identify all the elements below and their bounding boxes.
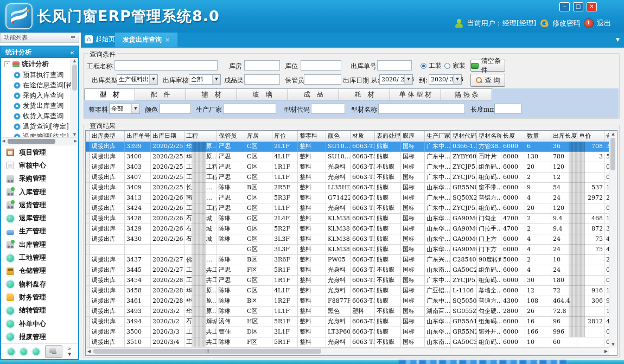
- table-row[interactable]: 调拨出库33992020/2/25华原…严思C区2L1F整料SU10…6063-…: [86, 142, 609, 152]
- scroll-right-icon[interactable]: ▶: [604, 349, 608, 354]
- change-password-link[interactable]: 修改密码: [552, 18, 581, 28]
- chevron-down-icon[interactable]: ▼: [212, 75, 220, 84]
- column-header[interactable]: 长度: [501, 131, 525, 142]
- length-input[interactable]: [494, 104, 521, 114]
- column-header[interactable]: 膜厚: [401, 131, 425, 142]
- table-row[interactable]: 调拨出库34072020/2/25工工程严思G区1L1F整料光身料6063-T5…: [86, 173, 609, 183]
- tree-item[interactable]: 退库管理[待定]: [1, 132, 78, 138]
- home-radio[interactable]: 家装: [444, 61, 466, 71]
- scroll-up-icon[interactable]: ▲: [609, 132, 617, 136]
- sidebar-group[interactable]: 采购管理: [1, 173, 78, 186]
- column-header[interactable]: 整零料: [298, 131, 326, 142]
- scroll-left-icon[interactable]: ◀: [87, 349, 91, 354]
- column-header[interactable]: 工程: [184, 131, 217, 142]
- table-row[interactable]: 调拨出库34092020/2/25长…陈琳B区2R5F整料LI35HD6063-…: [86, 183, 609, 193]
- table-row[interactable]: 调拨出库34032020/2/25工工程严思G区1R1F整料光身料6063-T5…: [86, 162, 609, 173]
- search-button[interactable]: 查 询: [470, 74, 505, 87]
- code-input[interactable]: [311, 104, 345, 114]
- material-subtab[interactable]: 辅 材: [186, 88, 237, 100]
- tab-shipment-query[interactable]: 发货出库查询 ×: [115, 33, 177, 47]
- column-header[interactable]: 保管员: [217, 131, 245, 142]
- whole-combo[interactable]: 全部▼: [109, 104, 140, 114]
- column-header[interactable]: 出库单号: [125, 131, 151, 142]
- column-header[interactable]: 数量: [525, 131, 551, 142]
- clear-conditions-button[interactable]: 清空条件: [470, 60, 505, 72]
- maximize-button[interactable]: □: [573, 2, 583, 11]
- sidebar-group[interactable]: 审核中心: [1, 159, 78, 172]
- location-input[interactable]: [301, 60, 341, 71]
- table-row[interactable]: 调拨出库34452020/2/27工共工程严思F区5R1F整料光身料6063-T…: [86, 265, 609, 276]
- chevron-down-icon[interactable]: ▼: [453, 75, 461, 84]
- color-input[interactable]: [160, 104, 191, 114]
- scrollbar-thumb[interactable]: |||: [93, 349, 321, 354]
- table-row[interactable]: 调拨出库34242020/2/26工工程严思G区1L1F整料光身料6063-T5…: [86, 203, 609, 214]
- radio-selected-icon[interactable]: [421, 63, 426, 69]
- chevron-down-icon[interactable]: ▼: [149, 75, 157, 84]
- table-row[interactable]: 调拨出库34302020/2/26石城陈琳G区3L3F整料KLM38176063…: [86, 234, 609, 245]
- date-to-picker[interactable]: 2020/ 3/16▼: [429, 74, 462, 85]
- column-header[interactable]: 出库类型: [90, 131, 125, 142]
- column-header[interactable]: 型材名称: [477, 131, 501, 142]
- sidebar-group[interactable]: 退货管理: [1, 199, 78, 212]
- date-from-picker[interactable]: 2020/ 2/16▼: [379, 74, 413, 85]
- logout-link[interactable]: 退出: [597, 18, 611, 28]
- tree-vertical-scrollbar[interactable]: ▲ ▼: [71, 58, 78, 137]
- column-header[interactable]: 库位: [272, 131, 298, 142]
- scrollbar-thumb[interactable]: [8, 139, 55, 144]
- more-chevron-icon[interactable]: »▾: [68, 346, 72, 357]
- scrollbar-thumb[interactable]: [610, 138, 615, 170]
- tab-home[interactable]: ⌂ 起始页: [85, 35, 115, 44]
- table-row[interactable]: 调拨出库34582020/2/28华原…陈琳C区4L1F整料光身料6063-T5…: [86, 286, 609, 296]
- column-header[interactable]: 生产厂家: [425, 131, 451, 142]
- material-subtab[interactable]: 单 体 型 材: [390, 88, 441, 100]
- material-subtab[interactable]: 玻 璃: [237, 88, 288, 100]
- chevron-down-icon[interactable]: ▼: [404, 75, 412, 84]
- section-header[interactable]: 统计分析 «: [1, 47, 78, 58]
- table-row[interactable]: 调拨出库34282020/2/26石城陈琳G区2L4F整料KLM38176063…: [86, 214, 609, 224]
- name-input[interactable]: [378, 104, 465, 114]
- scroll-down-icon[interactable]: ▼: [71, 132, 78, 137]
- sidebar-group[interactable]: 入库管理: [1, 186, 78, 199]
- sidebar-group[interactable]: 生产管理: [1, 225, 78, 238]
- column-header[interactable]: 型材代码: [451, 131, 477, 142]
- scroll-up-icon[interactable]: ▲: [71, 59, 78, 63]
- out-type-combo[interactable]: 生产领料出库▼: [117, 74, 158, 85]
- pin-icon[interactable]: [71, 35, 75, 41]
- sidebar-group[interactable]: 退库管理: [1, 212, 78, 225]
- material-subtab[interactable]: 隔 热 条: [441, 88, 492, 100]
- minimize-button[interactable]: –: [559, 2, 570, 11]
- sidebar-group[interactable]: 工地管理: [1, 251, 78, 264]
- column-header[interactable]: 表面处理: [375, 131, 401, 142]
- sidebar-group[interactable]: 项目管理: [1, 146, 78, 159]
- grid-vertical-scrollbar[interactable]: ▲ ▼: [609, 131, 617, 348]
- column-header[interactable]: 材质: [351, 131, 375, 142]
- project-name-input[interactable]: [114, 60, 218, 71]
- tree-item[interactable]: 预算执行查询: [1, 70, 78, 80]
- column-header[interactable]: 库房: [245, 131, 272, 142]
- grid-horizontal-scrollbar[interactable]: ◀ ||| ▶: [86, 347, 609, 355]
- collapse-icon[interactable]: «: [70, 47, 74, 58]
- quick-circle-icon[interactable]: [33, 348, 40, 355]
- tree-item[interactable]: 退货查询[待定]: [1, 122, 78, 132]
- table-row[interactable]: 调拨出库34292020/2/26石城陈琳G区5R2F整料KLM38176063…: [86, 224, 609, 234]
- sidebar-group[interactable]: 报废管理: [1, 330, 78, 343]
- tree-horizontal-scrollbar[interactable]: ◀ ▶: [1, 138, 78, 145]
- tree-expander-icon[interactable]: -: [4, 61, 10, 67]
- manufacturer-input[interactable]: [223, 104, 276, 114]
- sidebar-group[interactable]: 物料盘存: [1, 278, 78, 291]
- column-header[interactable]: 出库长度: [551, 131, 577, 142]
- column-header[interactable]: 出库日期: [151, 131, 184, 142]
- product-type-input[interactable]: [244, 74, 280, 85]
- sidebar-group[interactable]: 结转管理: [1, 304, 78, 317]
- material-subtab[interactable]: 成 品: [288, 88, 339, 100]
- material-subtab[interactable]: 型 材: [84, 88, 135, 100]
- tree-root-node[interactable]: - 统计分析: [1, 58, 78, 70]
- table-row[interactable]: 调拨出库34612020/2/28华原…陈琳B区1R2F整料F8877FT606…: [86, 296, 609, 306]
- sidebar-group[interactable]: 补单中心: [1, 317, 78, 330]
- cart-toolbar-button[interactable]: [45, 345, 62, 358]
- work-radio[interactable]: 工装: [421, 61, 442, 71]
- tab-close-icon[interactable]: ×: [165, 36, 170, 43]
- tree-item[interactable]: 收货入库查询: [1, 111, 78, 122]
- table-row[interactable]: 调拨出库34542020/2/28工共工程严思G区1R1F整料光身料6063-T…: [86, 276, 609, 286]
- chevron-down-icon[interactable]: ▼: [131, 104, 139, 113]
